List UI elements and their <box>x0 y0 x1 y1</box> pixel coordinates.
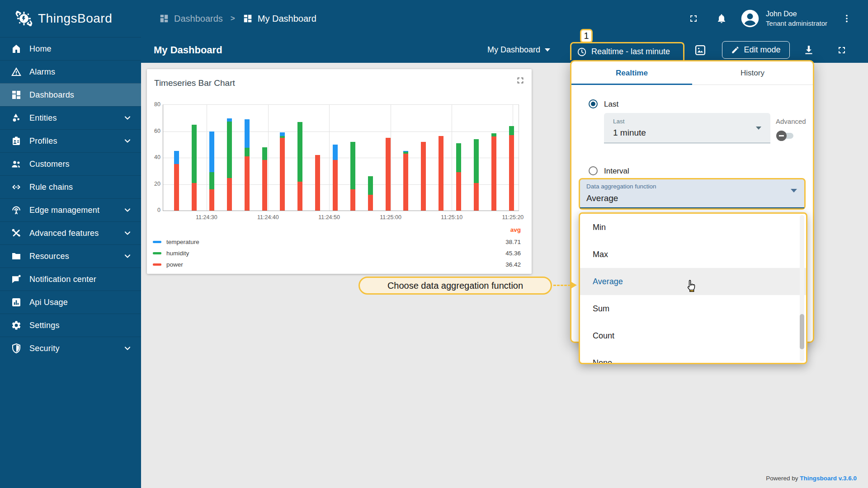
tab-history[interactable]: History <box>692 61 813 85</box>
legend-series-name: temperature <box>166 239 199 245</box>
gridline-v <box>329 105 330 211</box>
gridline-v <box>268 105 269 211</box>
legend-row-humidity[interactable]: humidity45.36 <box>153 248 521 259</box>
dropdown-option-max[interactable]: Max <box>580 241 806 268</box>
tooltip-arrow-line <box>553 285 571 286</box>
last-select-value: 1 minute <box>613 128 646 138</box>
tab-realtime[interactable]: Realtime <box>571 61 692 85</box>
sidebar-item-entities[interactable]: Entities <box>0 106 141 129</box>
edit-mode-button[interactable]: Edit mode <box>722 41 790 59</box>
sidebar-item-security[interactable]: Security <box>0 337 141 360</box>
gridline-h <box>163 158 519 158</box>
sidebar-item-resources[interactable]: Resources <box>0 244 141 267</box>
last-radio[interactable] <box>589 99 598 108</box>
page-title: My Dashboard <box>154 37 222 63</box>
bar-power <box>333 160 338 211</box>
interval-radio[interactable] <box>589 166 598 175</box>
screenshot-image-icon[interactable] <box>694 44 707 56</box>
widget-fullscreen-icon[interactable] <box>515 75 525 85</box>
profiles-icon <box>11 136 22 146</box>
folder-icon <box>11 251 22 262</box>
bar-power <box>350 189 355 211</box>
y-axis-label: 60 <box>149 128 160 134</box>
avatar[interactable] <box>741 9 760 28</box>
aggregation-label: Data aggregation function <box>586 183 656 190</box>
x-axis-label: 11:25:20 <box>502 214 524 221</box>
chevron-down-icon <box>122 136 133 145</box>
sidebar-item-dashboards[interactable]: Dashboards <box>0 83 141 106</box>
sidebar-item-label: Customers <box>29 160 70 169</box>
edge-antenna-icon <box>11 205 22 216</box>
gridline-h <box>163 184 519 185</box>
dropdown-option-min[interactable]: Min <box>580 214 806 241</box>
sidebar-item-label: Security <box>29 344 60 353</box>
timeseries-widget: Timeseries Bar Chart 02040608011:24:3011… <box>147 69 532 274</box>
rule-chains-icon <box>11 182 22 192</box>
breadcrumb-current: My Dashboard <box>258 14 316 24</box>
entities-icon <box>11 113 22 123</box>
breadcrumb-parent[interactable]: Dashboards <box>174 14 223 24</box>
sidebar-item-profiles[interactable]: Profiles <box>0 129 141 152</box>
dropdown-option-sum[interactable]: Sum <box>580 295 806 322</box>
sidebar-item-edge-management[interactable]: Edge management <box>0 198 141 221</box>
chart-legend: avg temperature38.71humidity45.36power36… <box>153 226 521 270</box>
edit-mode-label: Edit mode <box>744 45 780 55</box>
timewindow-label: Realtime - last minute <box>591 47 670 56</box>
x-axis-label: 11:25:00 <box>380 214 401 221</box>
bar-power <box>245 156 250 211</box>
download-icon[interactable] <box>803 44 815 56</box>
last-value-select[interactable]: Last 1 minute <box>604 113 770 143</box>
legend-swatch <box>153 252 161 254</box>
sidebar-item-home[interactable]: Home <box>0 37 141 60</box>
dashboard-fullscreen-icon[interactable] <box>836 45 847 56</box>
sidebar-item-api-usage[interactable]: Api Usage <box>0 291 141 314</box>
gridline-h <box>163 131 519 132</box>
legend-row-temperature[interactable]: temperature38.71 <box>153 236 521 248</box>
fullscreen-icon[interactable] <box>688 13 699 24</box>
bar-power <box>386 138 391 211</box>
sidebar: ThingsBoard HomeAlarmsDashboardsEntities… <box>0 0 141 488</box>
aggregation-dropdown-list: MinMaxAverageSumCountNone <box>580 214 806 364</box>
footer: Powered by Thingsboard v.3.6.0 <box>766 475 857 482</box>
sidebar-item-rule-chains[interactable]: Rule chains <box>0 175 141 198</box>
dropdown-option-count[interactable]: Count <box>580 322 806 349</box>
dashboard-toolbar: My Dashboard My Dashboard Realtime - las… <box>141 37 868 63</box>
dashboard-state-select[interactable]: My Dashboard <box>487 37 550 63</box>
sidebar-item-label: Edge management <box>29 206 99 215</box>
y-axis-label: 80 <box>149 101 160 108</box>
user-info[interactable]: John Doe Tenant administrator <box>766 9 827 28</box>
sidebar-item-label: Rule chains <box>29 183 73 192</box>
bar-power <box>491 136 496 211</box>
notifications-bell-icon[interactable] <box>716 13 727 24</box>
sidebar-item-customers[interactable]: Customers <box>0 152 141 175</box>
sidebar-item-alarms[interactable]: Alarms <box>0 60 141 83</box>
advanced-toggle[interactable] <box>778 133 793 139</box>
logo[interactable]: ThingsBoard <box>0 0 141 37</box>
legend-row-power[interactable]: power36.42 <box>153 259 521 270</box>
thingsboard-version-link[interactable]: Thingsboard v.3.6.0 <box>800 475 857 482</box>
widget-title: Timeseries Bar Chart <box>154 78 235 88</box>
gridline-v <box>452 105 452 211</box>
advanced-toggle-knob <box>776 131 787 141</box>
bar-power <box>403 154 408 211</box>
kebab-menu-icon[interactable] <box>842 14 852 23</box>
aggregation-select[interactable]: Data aggregation function Average <box>579 178 806 210</box>
x-axis-label: 11:24:30 <box>196 214 217 221</box>
x-axis-label: 11:24:40 <box>257 214 279 221</box>
dropdown-scrollbar-thumb[interactable] <box>800 314 804 349</box>
customers-icon <box>11 159 22 169</box>
timewindow-button[interactable]: Realtime - last minute <box>570 42 684 60</box>
sidebar-item-notification-center[interactable]: Notification center <box>0 267 141 291</box>
sidebar-item-label: Api Usage <box>29 298 68 307</box>
bar-power <box>474 183 479 211</box>
sidebar-item-settings[interactable]: Settings <box>0 314 141 337</box>
user-role: Tenant administrator <box>766 19 827 28</box>
clock-icon <box>577 47 587 57</box>
alarm-icon <box>11 66 22 77</box>
bar-power <box>262 160 267 211</box>
dropdown-option-average[interactable]: Average <box>580 268 806 295</box>
last-radio-label: Last <box>604 100 618 109</box>
active-tab-underline <box>571 84 692 85</box>
sidebar-item-advanced-features[interactable]: Advanced features <box>0 221 141 244</box>
dropdown-option-none[interactable]: None <box>580 349 806 364</box>
